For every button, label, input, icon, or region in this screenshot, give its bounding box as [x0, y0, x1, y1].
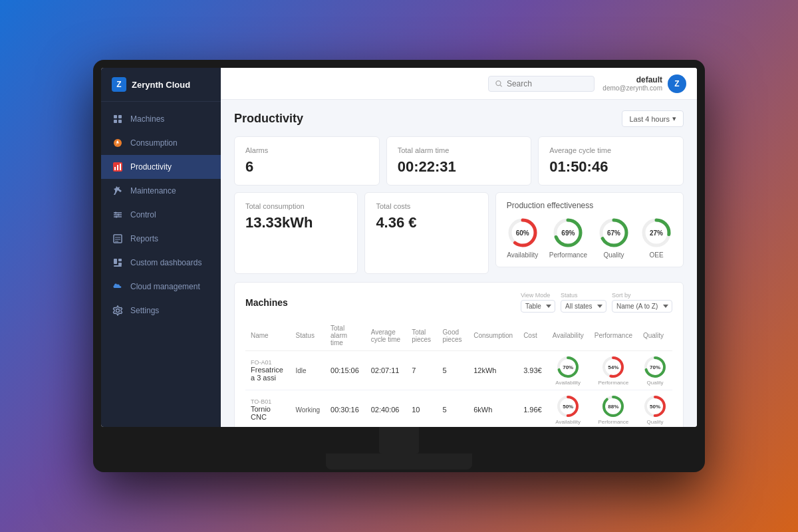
sidebar-item-custom-dashboards[interactable]: Custom dashboards [101, 251, 221, 275]
sidebar-item-label-reports: Reports [130, 234, 158, 243]
sidebar-item-label-custom-dashboards: Custom dashboards [130, 258, 201, 267]
gauge-item-performance: 69%Performance [549, 217, 587, 259]
gauge-pct-performance: 69% [561, 229, 575, 237]
page-header: Productivity Last 4 hours ▾ [234, 110, 684, 127]
sidebar-item-label-settings: Settings [130, 306, 159, 315]
user-avatar: Z [668, 74, 686, 93]
dashboard-icon [112, 257, 124, 269]
avail-label: Availability [555, 380, 581, 386]
sort-label: Sort by [612, 292, 631, 299]
perf-label: Performance [598, 380, 628, 386]
machine-consumption-cell: 6kWh [468, 390, 518, 428]
gauge-circle-performance: 69% [552, 217, 584, 249]
avail-gauge: 70% [556, 355, 580, 379]
sidebar-item-productivity[interactable]: Productivity [101, 155, 221, 179]
gauge-pct-oee: 27% [650, 229, 663, 237]
machine-status-cell: Working [291, 390, 326, 428]
machine-availability-cell: 50%Availability [547, 390, 589, 428]
total-alarm-time-card: Total alarm time 00:22:31 [386, 136, 532, 186]
machine-good-pieces-cell: 5 [438, 390, 469, 428]
svg-rect-21 [118, 263, 122, 265]
machines-table-head: NameStatusTotal alarm timeAverage cycle … [245, 321, 672, 351]
sidebar-item-label-productivity: Productivity [130, 162, 172, 172]
user-email: demo@zerynth.com [602, 84, 662, 92]
machine-performance-cell: 54%Performance [589, 351, 638, 390]
machine-availability-cell: 70%Availability [547, 351, 589, 390]
sidebar-item-machines[interactable]: Machines [101, 107, 221, 131]
sidebar-item-label-maintenance: Maintenance [130, 186, 176, 196]
machine-cost-cell: 1.96€ [518, 390, 547, 428]
search-input[interactable] [507, 79, 587, 88]
average-cycle-time-label: Average cycle time [549, 146, 672, 154]
machine-quality-cell: 70%Quality [638, 351, 672, 390]
col-header-quality: Quality [638, 321, 672, 351]
gauge-circle-availability: 60% [507, 217, 539, 249]
status-select[interactable]: All states [561, 300, 606, 313]
svg-rect-22 [114, 265, 122, 267]
chevron-down-icon: ▾ [672, 114, 676, 123]
machines-icon [112, 113, 124, 125]
view-mode-select[interactable]: Table [521, 300, 555, 313]
machine-name: Tornio CNC [251, 405, 285, 421]
view-mode-label: View Mode [521, 292, 550, 299]
main-content: default demo@zerynth.com Z Productivity … [221, 68, 697, 427]
status-group: Status All states [561, 292, 606, 313]
svg-point-24 [496, 80, 501, 85]
machine-name-cell: FO-A01Fresatrice a 3 assi [245, 351, 291, 390]
status-badge: Idle [296, 367, 307, 374]
total-costs-value: 4.36 € [376, 214, 477, 231]
settings-icon [112, 305, 124, 317]
alarms-card: Alarms 6 [234, 136, 380, 186]
col-header-total-alarm-time: Total alarm time [325, 321, 366, 351]
col-header-name: Name [245, 321, 291, 351]
qual-label: Quality [647, 380, 664, 386]
stats-row-2: Total consumption 13.33kWh Total costs 4… [234, 192, 684, 274]
gauge-circle-oee: 27% [640, 217, 672, 249]
machine-total-alarm-time-cell: 00:15:06 [325, 351, 366, 390]
user-info: default demo@zerynth.com Z [602, 74, 686, 93]
machine-name: Fresatrice a 3 assi [251, 366, 285, 382]
sidebar-item-label-control: Control [130, 210, 156, 219]
machines-title: Machines [245, 297, 288, 308]
sort-select[interactable]: Name (A to Z) [612, 300, 672, 313]
sidebar-item-label-cloud-management: Cloud management [130, 282, 200, 291]
gauge-row: 60%Availability 69%Performance 67%Qualit… [507, 217, 672, 259]
view-mode-group: View Mode Table [521, 292, 555, 313]
col-header-cost: Cost [518, 321, 547, 351]
machine-avg-cycle-time-cell: 02:07:11 [366, 351, 406, 390]
content-area: Productivity Last 4 hours ▾ Alarms 6 [221, 100, 697, 427]
machine-name-cell: TO-B01Tornio CNC [245, 390, 291, 428]
reports-icon [112, 233, 124, 245]
total-costs-card: Total costs 4.36 € [364, 192, 488, 274]
col-header-performance: Performance [589, 321, 638, 351]
gauge-label-oee: OEE [649, 251, 663, 259]
sidebar-item-control[interactable]: Control [101, 203, 221, 227]
sidebar-item-settings[interactable]: Settings [101, 299, 221, 323]
col-header-good-pieces: Good pieces [438, 321, 469, 351]
svg-rect-7 [117, 165, 118, 170]
sidebar-item-reports[interactable]: Reports [101, 227, 221, 251]
table-row[interactable]: FO-A01Fresatrice a 3 assiIdle00:15:0602:… [245, 351, 672, 390]
user-name: default [602, 75, 662, 84]
svg-point-13 [118, 214, 120, 216]
alarms-value: 6 [245, 158, 368, 176]
sidebar-item-consumption[interactable]: Consumption [101, 131, 221, 155]
status-badge: Working [296, 406, 321, 414]
search-box[interactable] [488, 76, 595, 92]
machine-total-alarm-time-cell: 00:30:16 [325, 390, 366, 428]
gauge-item-oee: 27%OEE [640, 217, 672, 259]
consumption-icon [112, 137, 124, 149]
gauge-pct-quality: 67% [607, 229, 620, 237]
svg-rect-3 [118, 120, 122, 123]
sidebar-item-maintenance[interactable]: Maintenance [101, 179, 221, 203]
col-header-availability: Availability [547, 321, 589, 351]
sidebar-item-cloud-management[interactable]: Cloud management [101, 275, 221, 299]
sort-group: Sort by Name (A to Z) [612, 292, 672, 313]
svg-rect-19 [114, 259, 117, 264]
time-filter-button[interactable]: Last 4 hours ▾ [622, 110, 684, 127]
table-row[interactable]: TO-B01Tornio CNCWorking00:30:1602:40:061… [245, 390, 672, 428]
average-cycle-time-card: Average cycle time 01:50:46 [538, 136, 684, 186]
svg-rect-1 [118, 115, 122, 118]
gauge-pct-availability: 60% [516, 229, 529, 237]
col-header-consumption: Consumption [468, 321, 518, 351]
